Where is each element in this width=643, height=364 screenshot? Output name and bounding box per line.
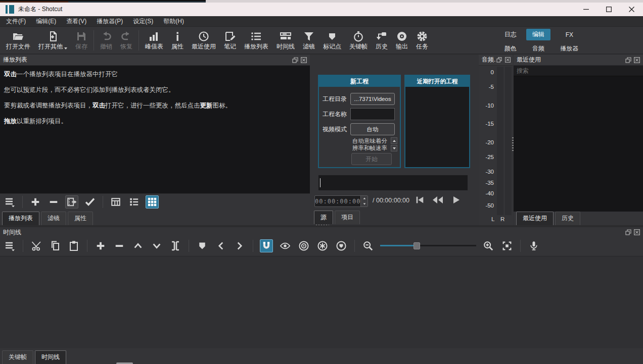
- timecode-spinbox[interactable]: 00:00:00:00: [314, 195, 368, 207]
- playlist-table-view-button[interactable]: [109, 195, 122, 209]
- float-panel-button[interactable]: [625, 229, 631, 236]
- menu-settings[interactable]: 设定(S): [128, 16, 158, 26]
- ripple-trim-drop-button[interactable]: [297, 239, 310, 252]
- save-button[interactable]: 保存: [71, 28, 91, 52]
- tab-properties[interactable]: 属性: [68, 212, 93, 225]
- cut-button[interactable]: [30, 239, 43, 252]
- properties-button[interactable]: 属性: [167, 28, 188, 52]
- scrub-while-dragging-button[interactable]: [279, 239, 292, 252]
- timeline-button[interactable]: 时间线: [272, 28, 299, 52]
- peak-meter-button[interactable]: 峰值表: [141, 28, 167, 52]
- float-panel-button[interactable]: [496, 57, 502, 63]
- layout-color-button[interactable]: 颜色: [498, 43, 522, 55]
- close-panel-button[interactable]: [504, 57, 511, 63]
- history-button[interactable]: 历史: [372, 28, 392, 52]
- float-panel-button[interactable]: [292, 57, 298, 63]
- recent-list[interactable]: [514, 66, 643, 212]
- layout-audio-button[interactable]: 音频: [526, 43, 550, 55]
- tab-project[interactable]: 项目: [335, 211, 360, 224]
- tab-keyframes[interactable]: 关键帧: [2, 350, 33, 364]
- copy-button[interactable]: [49, 239, 62, 252]
- skip-to-start-button[interactable]: [414, 194, 426, 206]
- recent-projects-list[interactable]: [405, 87, 469, 167]
- tab-filters[interactable]: 滤镜: [41, 212, 66, 225]
- scroll-up-button[interactable]: [391, 137, 397, 144]
- layout-logging-button[interactable]: 日志: [498, 29, 522, 40]
- tab-recent[interactable]: 最近使用: [516, 212, 554, 225]
- layout-editing-button[interactable]: 编辑: [526, 29, 550, 40]
- project-name-input[interactable]: [350, 108, 395, 120]
- playlist-open-as-clip-button[interactable]: [65, 195, 78, 209]
- split-button[interactable]: [169, 239, 182, 252]
- tab-history[interactable]: 历史: [555, 212, 580, 225]
- timeline-menu-button[interactable]: [3, 239, 16, 252]
- record-audio-button[interactable]: [527, 239, 540, 252]
- redo-button[interactable]: 恢复: [116, 28, 136, 52]
- recent-search-input[interactable]: [514, 66, 643, 76]
- jobs-button[interactable]: 任务: [412, 28, 432, 52]
- scroll-down-button[interactable]: [391, 145, 397, 151]
- previous-marker-button[interactable]: [214, 239, 227, 252]
- close-button[interactable]: [620, 3, 643, 16]
- playlist-remove-button[interactable]: [47, 195, 60, 209]
- open-file-button[interactable]: 打开文件: [2, 28, 34, 52]
- playlist-detail-view-button[interactable]: [127, 195, 141, 209]
- keyframes-button[interactable]: 关键帧: [345, 28, 372, 52]
- timecode-down-button[interactable]: [361, 201, 368, 207]
- marker-button[interactable]: [196, 239, 209, 252]
- next-marker-button[interactable]: [233, 239, 246, 252]
- playlist-button[interactable]: 播放列表: [240, 28, 272, 52]
- timecode-up-button[interactable]: [361, 196, 368, 201]
- peak-meter-icon: [148, 30, 160, 42]
- close-panel-button[interactable]: [633, 57, 640, 63]
- float-panel-button[interactable]: [625, 57, 631, 63]
- video-mode-button[interactable]: 自动: [350, 123, 395, 135]
- playlist-add-button[interactable]: [29, 195, 42, 209]
- notes-button[interactable]: 笔记: [220, 28, 240, 52]
- ripple-delete-button[interactable]: [113, 239, 126, 252]
- project-folder-button[interactable]: ...7371\Videos: [350, 93, 395, 105]
- playlist-menu-button[interactable]: [3, 195, 16, 209]
- player-seek-bar[interactable]: [318, 175, 468, 190]
- playlist-help-line-2: 您可以预览片段，而不必将它们添加到播放列表或者关闭它。: [4, 86, 306, 94]
- zoom-in-button[interactable]: [482, 239, 495, 252]
- tab-timeline[interactable]: 时间线: [35, 350, 66, 364]
- overwrite-button[interactable]: [150, 239, 163, 252]
- play-button[interactable]: [450, 194, 462, 206]
- layout-player-button[interactable]: 播放器: [555, 43, 584, 55]
- filters-button[interactable]: 滤镜: [299, 28, 319, 52]
- timeline-tracks-area[interactable]: [0, 256, 643, 364]
- close-panel-button[interactable]: [633, 229, 640, 236]
- snap-toggle-button[interactable]: [260, 239, 273, 252]
- export-button[interactable]: 输出: [392, 28, 412, 52]
- markers-button[interactable]: 标记点: [319, 28, 345, 52]
- timeline-zoom-slider[interactable]: [380, 242, 476, 250]
- window-title: 未命名 - Shotcut: [18, 5, 62, 14]
- menu-view[interactable]: 查看(V): [61, 16, 91, 26]
- playlist-icon-view-button[interactable]: [146, 195, 159, 209]
- close-panel-button[interactable]: [300, 57, 307, 63]
- open-other-button[interactable]: 打开其他: [34, 28, 71, 52]
- start-button[interactable]: 开始: [351, 153, 392, 165]
- minimize-button[interactable]: [575, 3, 598, 16]
- rewind-button[interactable]: [432, 194, 444, 206]
- menu-help[interactable]: 帮助(H): [158, 16, 189, 26]
- append-button[interactable]: [94, 239, 107, 252]
- ripple-markers-button[interactable]: [335, 239, 348, 252]
- undo-button[interactable]: 撤销: [96, 28, 116, 52]
- recent-button[interactable]: 最近使用: [188, 28, 220, 52]
- playlist-update-button[interactable]: [83, 195, 97, 209]
- ripple-all-tracks-button[interactable]: [316, 239, 329, 252]
- menu-player[interactable]: 播放器(P): [91, 16, 128, 26]
- zoom-fit-button[interactable]: [500, 239, 514, 252]
- layout-fx-button[interactable]: FX: [555, 30, 584, 40]
- lift-button[interactable]: [131, 239, 145, 252]
- slider-thumb[interactable]: [414, 242, 420, 249]
- menu-file[interactable]: 文件(F): [1, 16, 31, 26]
- tab-playlist[interactable]: 播放列表: [2, 212, 39, 225]
- menu-edit[interactable]: 编辑(E): [31, 16, 61, 26]
- tab-source[interactable]: 源: [314, 211, 333, 224]
- paste-button[interactable]: [67, 239, 80, 252]
- zoom-out-button[interactable]: [361, 239, 375, 252]
- maximize-button[interactable]: [598, 3, 620, 16]
